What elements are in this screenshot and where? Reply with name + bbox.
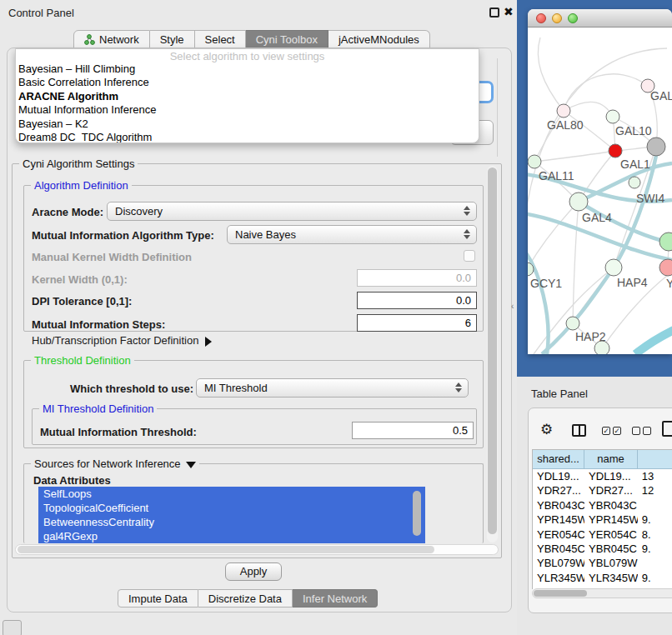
network-node-swi4[interactable]: [629, 177, 640, 188]
mi-steps-input[interactable]: 6: [357, 314, 477, 332]
column-layout-icon[interactable]: [572, 424, 586, 437]
network-node-gal11[interactable]: [528, 155, 541, 168]
table-row[interactable]: YDR27...YDR27...12: [533, 483, 672, 498]
tab-style[interactable]: Style: [150, 30, 195, 48]
which-threshold-value: MI Threshold: [204, 382, 268, 394]
group-border-fragment: [497, 58, 498, 157]
tab-jactivemnodules[interactable]: jActiveMNodules: [328, 30, 430, 48]
aracne-mode-combo[interactable]: Discovery: [107, 202, 477, 221]
mi-threshold-legend: MI Threshold Definition: [39, 402, 157, 415]
scrollbar-thumb[interactable]: [18, 546, 434, 553]
stepper-arrows-icon: [464, 206, 470, 216]
data-attribute-item[interactable]: SelfLoops: [38, 487, 425, 501]
table-row[interactable]: YBR045CYBR045C9.: [533, 542, 672, 556]
node-label: GCY1: [530, 277, 562, 290]
table-row[interactable]: YDL19...YDL19...13: [533, 469, 672, 483]
mi-threshold-input[interactable]: 0.5: [352, 422, 474, 439]
table-row[interactable]: YBL079WYBL079W: [533, 556, 672, 570]
panel-divider-grip[interactable]: ‹: [511, 302, 514, 311]
zoom-traffic-light-icon[interactable]: [568, 13, 578, 23]
table-cell: YBL079W: [533, 556, 584, 570]
which-threshold-combo[interactable]: MI Threshold: [196, 378, 469, 398]
apply-button[interactable]: Apply: [225, 562, 282, 581]
algorithm-option[interactable]: Bayesian – Hill Climbing: [16, 62, 479, 76]
table-row[interactable]: YBR043CYBR043C: [533, 498, 672, 512]
settings-horizontal-scrollbar[interactable]: [15, 544, 499, 555]
float-panel-icon[interactable]: [489, 8, 499, 18]
aracne-mode-label: Aracne Mode:: [32, 206, 103, 218]
node-label: GAL4: [582, 211, 612, 224]
table-body: YDL19...YDL19...13YDR27...YDR27...12YBR0…: [533, 469, 672, 589]
stepper-arrows-icon: [455, 382, 462, 392]
new-table-icon[interactable]: [662, 421, 672, 437]
node-label: GAL: [650, 89, 672, 102]
settings-vertical-scrollbar[interactable]: [487, 166, 498, 542]
close-traffic-light-icon[interactable]: [536, 13, 546, 23]
mi-type-combo[interactable]: Naive Bayes: [227, 225, 477, 244]
table-cell: [638, 498, 672, 512]
table-cell: YDR27...: [533, 483, 584, 498]
deselect-all-columns-icon[interactable]: [632, 427, 651, 435]
network-node-gal4[interactable]: [569, 192, 588, 211]
minimized-panel-icon[interactable]: [3, 620, 22, 635]
hub-definition-toggle[interactable]: Hub/Transcription Factor Definition: [32, 334, 212, 347]
data-attribute-item[interactable]: gal4RGexp: [38, 529, 425, 543]
network-canvas[interactable]: GALGAL80GAL10GAL1GAL11SWI4GAL4GCY1HAP4YH…: [528, 28, 672, 354]
table-row[interactable]: YER054CYER054C8.: [533, 528, 672, 542]
algorithm-option[interactable]: Mutual Information Inference: [16, 103, 479, 117]
tab-discretize-data[interactable]: Discretize Data: [198, 589, 293, 608]
network-nodes-layer: GALGAL80GAL10GAL1GAL11SWI4GAL4GCY1HAP4YH…: [528, 79, 672, 354]
network-node[interactable]: [594, 341, 609, 354]
table-cell: YLR345W: [584, 571, 638, 585]
network-node-gal1[interactable]: [609, 144, 622, 158]
scrollbar-thumb[interactable]: [534, 590, 587, 597]
cyni-algorithm-settings-legend: Cyni Algorithm Settings: [19, 158, 138, 170]
network-node-hap2[interactable]: [566, 317, 579, 330]
algorithm-option[interactable]: Dream8 DC_TDC Algorithm: [16, 131, 479, 143]
scrollbar-thumb[interactable]: [488, 168, 497, 534]
data-attribute-item[interactable]: BetweennessCentrality: [38, 515, 425, 529]
algorithm-option[interactable]: ARACNE Algorithm: [16, 90, 479, 103]
algorithm-option[interactable]: Bayesian – K2: [16, 118, 479, 131]
table-cell: YBR045C: [584, 542, 638, 556]
network-node-hap4[interactable]: [605, 259, 622, 276]
mi-type-value: Naive Bayes: [235, 228, 296, 241]
table-row[interactable]: YPR145WYPR145W9.: [533, 512, 672, 527]
sources-legend[interactable]: Sources for Network Inference: [31, 458, 199, 470]
node-label: SWI4: [636, 192, 664, 205]
expanded-arrow-icon[interactable]: [186, 462, 196, 468]
mi-type-label: Mutual Information Algorithm Type:: [32, 229, 214, 242]
network-node[interactable]: [659, 232, 672, 251]
tab-impute-data[interactable]: Impute Data: [118, 589, 198, 608]
data-attribute-item[interactable]: TopologicalCoefficient: [38, 501, 425, 515]
network-node-gal80[interactable]: [557, 104, 570, 118]
network-node-gal10[interactable]: [606, 110, 619, 123]
close-panel-icon[interactable]: ✖: [504, 5, 514, 18]
tab-select[interactable]: Select: [195, 30, 246, 48]
column-header[interactable]: [638, 450, 672, 469]
table-horizontal-scrollbar[interactable]: [532, 588, 672, 598]
select-all-columns-icon[interactable]: ✓✓: [602, 427, 621, 435]
node-label: Y: [666, 277, 672, 290]
control-panel-tabbar: NetworkStyleSelectCyni ToolboxjActiveMNo…: [73, 30, 430, 48]
tab-network[interactable]: Network: [73, 30, 150, 48]
gear-icon[interactable]: ⚙: [540, 422, 553, 437]
column-header[interactable]: shared...: [533, 450, 584, 469]
table-cell: YDL19...: [533, 469, 584, 483]
column-header[interactable]: name: [584, 450, 638, 469]
attribute-list-scrollbar[interactable]: [413, 491, 421, 536]
network-window-titlebar[interactable]: [528, 9, 672, 28]
collapsed-arrow-icon[interactable]: [205, 337, 212, 347]
network-node[interactable]: [647, 138, 665, 156]
node-attribute-table: shared...name YDL19...YDL19...13YDR27...…: [532, 449, 672, 589]
manual-kernel-checkbox[interactable]: [464, 250, 475, 262]
tab-infer-network[interactable]: Infer Network: [293, 589, 378, 608]
tab-cyni-toolbox[interactable]: Cyni Toolbox: [246, 30, 328, 48]
algorithm-option[interactable]: Basic Correlation Inference: [16, 76, 479, 89]
table-row[interactable]: YLR345WYLR345W9.: [533, 571, 672, 585]
table-cell: [638, 556, 672, 570]
network-node-y[interactable]: [659, 259, 672, 276]
minimize-traffic-light-icon[interactable]: [552, 13, 562, 23]
kernel-width-input[interactable]: 0.0: [357, 269, 477, 287]
dpi-tolerance-input[interactable]: 0.0: [357, 292, 477, 309]
